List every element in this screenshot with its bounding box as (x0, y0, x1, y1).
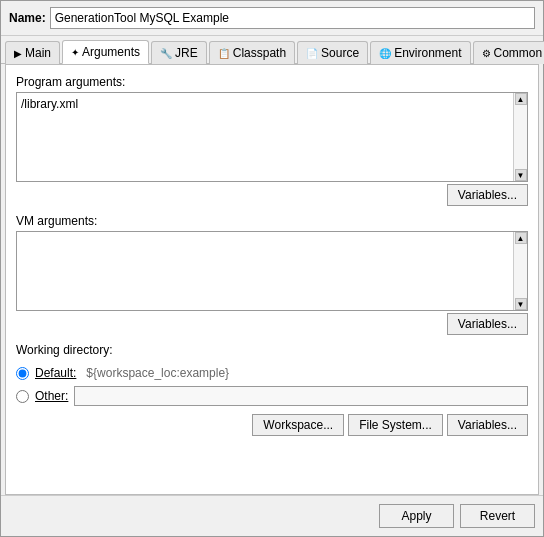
tabs-row: ▶ Main ✦ Arguments 🔧 JRE 📋 Classpath 📄 S… (1, 36, 543, 64)
program-args-section: Program arguments: ▲ ▼ Variables... (16, 75, 528, 206)
dialog: Name: ▶ Main ✦ Arguments 🔧 JRE 📋 Classpa… (0, 0, 544, 537)
vm-scrollbar-up-arrow[interactable]: ▲ (515, 232, 527, 244)
arguments-icon: ✦ (71, 47, 79, 58)
main-icon: ▶ (14, 48, 22, 59)
name-row: Name: (1, 1, 543, 36)
source-icon: 📄 (306, 48, 318, 59)
tab-jre-label: JRE (175, 46, 198, 60)
vm-args-section: VM arguments: ▲ ▼ Variables... (16, 214, 528, 335)
working-dir-default-row: Default: ${workspace_loc:example} (16, 364, 528, 382)
program-args-scrollbar: ▲ ▼ (513, 93, 527, 181)
vm-scrollbar-down-arrow[interactable]: ▼ (515, 298, 527, 310)
working-dir-buttons: Workspace... File System... Variables... (16, 414, 528, 436)
other-label[interactable]: Other: (35, 389, 68, 403)
apply-button[interactable]: Apply (379, 504, 454, 528)
content-area: Program arguments: ▲ ▼ Variables... VM a… (5, 64, 539, 495)
name-input[interactable] (50, 7, 535, 29)
working-dir-section: Working directory: Default: ${workspace_… (16, 343, 528, 436)
footer: Apply Revert (1, 495, 543, 536)
working-dir-other-row: Other: (16, 386, 528, 406)
vm-args-variables-button[interactable]: Variables... (447, 313, 528, 335)
tab-common-label: Common (494, 46, 543, 60)
tab-source-label: Source (321, 46, 359, 60)
tab-jre[interactable]: 🔧 JRE (151, 41, 207, 64)
tab-arguments[interactable]: ✦ Arguments (62, 40, 149, 64)
program-args-variables-button[interactable]: Variables... (447, 184, 528, 206)
classpath-icon: 📋 (218, 48, 230, 59)
vm-scrollbar-track (514, 244, 527, 298)
tab-main[interactable]: ▶ Main (5, 41, 60, 64)
vm-args-label: VM arguments: (16, 214, 528, 228)
vm-args-textarea[interactable] (17, 232, 513, 307)
scrollbar-up-arrow[interactable]: ▲ (515, 93, 527, 105)
program-args-textarea[interactable] (17, 93, 513, 178)
tab-arguments-label: Arguments (82, 45, 140, 59)
revert-button[interactable]: Revert (460, 504, 535, 528)
default-radio[interactable] (16, 367, 29, 380)
default-value: ${workspace_loc:example} (82, 364, 233, 382)
tab-environment[interactable]: 🌐 Environment (370, 41, 470, 64)
working-dir-variables-button[interactable]: Variables... (447, 414, 528, 436)
tab-main-label: Main (25, 46, 51, 60)
jre-icon: 🔧 (160, 48, 172, 59)
default-label[interactable]: Default: (35, 366, 76, 380)
scrollbar-track (514, 105, 527, 169)
tab-source[interactable]: 📄 Source (297, 41, 368, 64)
scrollbar-down-arrow[interactable]: ▼ (515, 169, 527, 181)
name-label: Name: (9, 11, 46, 25)
program-args-label: Program arguments: (16, 75, 528, 89)
tab-environment-label: Environment (394, 46, 461, 60)
environment-icon: 🌐 (379, 48, 391, 59)
other-radio[interactable] (16, 390, 29, 403)
tab-common[interactable]: ⚙ Common (473, 41, 545, 64)
tab-classpath[interactable]: 📋 Classpath (209, 41, 295, 64)
other-input[interactable] (74, 386, 528, 406)
program-args-textarea-wrap: ▲ ▼ (16, 92, 528, 182)
common-icon: ⚙ (482, 48, 491, 59)
working-dir-label: Working directory: (16, 343, 528, 357)
tab-classpath-label: Classpath (233, 46, 286, 60)
vm-args-scrollbar: ▲ ▼ (513, 232, 527, 310)
vm-args-textarea-wrap: ▲ ▼ (16, 231, 528, 311)
file-system-button[interactable]: File System... (348, 414, 443, 436)
program-args-variables-row: Variables... (16, 184, 528, 206)
workspace-button[interactable]: Workspace... (252, 414, 344, 436)
vm-args-variables-row: Variables... (16, 313, 528, 335)
